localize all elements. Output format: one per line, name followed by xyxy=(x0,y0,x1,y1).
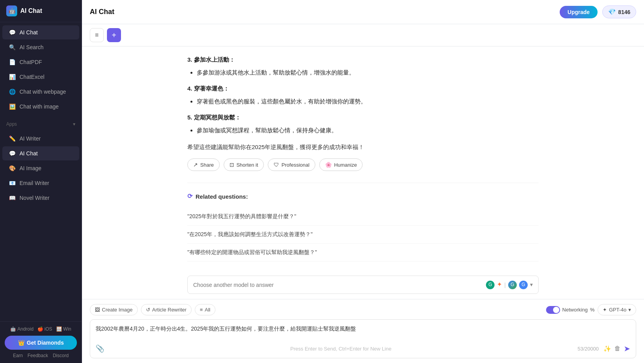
sidebar-item-chat-webpage-label: Chat with webpage xyxy=(20,89,66,95)
magic-button[interactable]: ✨ xyxy=(603,345,611,352)
page-title: AI Chat xyxy=(90,8,114,16)
networking-toggle[interactable]: Networking % xyxy=(546,306,595,314)
model-select-chevron: ▾ xyxy=(628,307,631,313)
feedback-link[interactable]: Feedback xyxy=(27,353,48,358)
discord-link[interactable]: Discord xyxy=(53,353,69,358)
gemini-icon: G xyxy=(508,281,517,289)
toggle-switch[interactable] xyxy=(546,306,560,314)
professional-button[interactable]: 🛡 Professional xyxy=(268,158,315,171)
ai-image-icon: 🎨 xyxy=(9,165,16,171)
model-selector-input[interactable] xyxy=(193,282,486,288)
ai-writer-icon: ✏️ xyxy=(9,135,16,142)
earn-link[interactable]: Earn xyxy=(13,353,23,358)
article-rewriter-button[interactable]: ↺ Article Rewriter xyxy=(141,304,192,315)
sidebar-footer-links: Earn Feedback Discord xyxy=(5,353,77,358)
related-section: ⟳ Related questions: "2025年對於我五行運勢的具體影響是… xyxy=(187,183,539,269)
sidebar-item-chatexcel[interactable]: 📊 ChatExcel xyxy=(2,70,79,84)
action-buttons: ↗ Share ⊡ Shorten it 🛡 Professional 🌸 Hu… xyxy=(187,158,539,171)
percentage-icon: % xyxy=(590,307,595,313)
new-chat-button[interactable]: + xyxy=(107,28,121,42)
share-icon: ↗ xyxy=(193,162,198,168)
response-item-4-list: 穿著藍色或黑色的服裝，這些顏色屬於水，有助於增強你的運勢。 xyxy=(197,96,539,107)
chevron-down-icon[interactable]: ▾ xyxy=(73,121,75,127)
main-header: AI Chat Upgrade 💎 8146 xyxy=(82,0,644,24)
sidebar-bottom: 🤖 Android 🍎 iOS 🪟 Win 👑 Get Diamonds Ear… xyxy=(0,321,82,363)
apps-section: Apps ▾ ✏️ AI Writer 💬 AI Chat 🎨 AI Image… xyxy=(0,117,82,321)
response-item-4: 4. 穿著幸運色： 穿著藍色或黑色的服裝，這些顏色屬於水，有助於增強你的運勢。 xyxy=(187,83,539,107)
sidebar: 🤖 AI Chat 💬 AI Chat 🔍 AI Search 📄 ChatPD… xyxy=(0,0,82,363)
apps-item-novel-writer[interactable]: 📖 Novel Writer xyxy=(2,191,79,205)
chatpdf-icon: 📄 xyxy=(9,59,16,65)
response-item-5-bullet: 參加瑜伽或冥想課程，幫助放鬆心情，保持身心健康。 xyxy=(197,125,539,135)
gpt-icon: G xyxy=(486,281,495,289)
model-selector[interactable]: G ✦ | G G ▾ xyxy=(187,276,539,294)
related-icon: ⟳ xyxy=(187,191,192,202)
delete-button[interactable]: 🗑 xyxy=(614,345,621,352)
response-item-5: 5. 定期冥想與放鬆： 參加瑜伽或冥想課程，幫助放鬆心情，保持身心健康。 xyxy=(187,112,539,135)
share-button[interactable]: ↗ Share xyxy=(187,158,220,171)
all-tools-button[interactable]: ≡ All xyxy=(195,304,215,315)
win-link[interactable]: 🪟 Win xyxy=(56,326,71,332)
send-button[interactable]: ➤ xyxy=(624,344,630,353)
list-view-button[interactable]: ≡ xyxy=(90,28,104,42)
sidebar-item-chat-image[interactable]: 🖼️ Chat with image xyxy=(2,100,79,114)
apps-item-ai-writer[interactable]: ✏️ AI Writer xyxy=(2,132,79,146)
networking-label: Networking xyxy=(562,307,588,313)
sidebar-nav: 💬 AI Chat 🔍 AI Search 📄 ChatPDF 📊 ChatEx… xyxy=(0,22,82,117)
humanize-button[interactable]: 🌸 Humanize xyxy=(319,158,363,171)
sidebar-item-ai-search-label: AI Search xyxy=(20,44,43,50)
sparkle-icon: ✦ xyxy=(603,307,607,313)
ios-link[interactable]: 🍎 iOS xyxy=(37,326,52,332)
plus-icon: + xyxy=(112,31,116,40)
response-conclusion: 希望這些建議能幫助你在2025年逆風翻盤，獲得更多的成功和幸福！ xyxy=(187,142,539,152)
model-select-button[interactable]: ✦ GPT-4o ▾ xyxy=(598,304,636,315)
apps-item-ai-image[interactable]: 🎨 AI Image xyxy=(2,161,79,175)
android-link[interactable]: 🤖 Android xyxy=(10,326,33,332)
ai-search-icon: 🔍 xyxy=(9,44,16,50)
response-item-3-list: 多參加游泳或其他水上活動，幫助放鬆心情，增強水的能量。 xyxy=(197,67,539,78)
upgrade-button[interactable]: Upgrade xyxy=(560,6,598,18)
sidebar-logo-text: AI Chat xyxy=(20,7,42,14)
sidebar-logo: 🤖 AI Chat xyxy=(0,0,82,22)
header-right: Upgrade 💎 8146 xyxy=(560,5,636,18)
crown-icon: 👑 xyxy=(18,340,25,346)
apps-nav: ✏️ AI Writer 💬 AI Chat 🎨 AI Image 📧 Emai… xyxy=(0,128,82,208)
platform-links: 🤖 Android 🍎 iOS 🪟 Win xyxy=(5,326,77,332)
diamonds-badge: 💎 8146 xyxy=(602,5,636,18)
logo-icon: 🤖 xyxy=(6,5,17,16)
response-item-4-title: 4. 穿著幸運色： xyxy=(187,83,539,94)
response-item-3-title: 3. 參加水上活動： xyxy=(187,54,539,65)
related-question-1[interactable]: "2025年對於我五行運勢的具體影響是什麼？" xyxy=(187,208,539,226)
all-icon: ≡ xyxy=(200,307,203,313)
create-image-button[interactable]: 🖼 Create Image xyxy=(90,304,138,315)
create-image-icon: 🖼 xyxy=(95,307,100,313)
diamonds-count: 8146 xyxy=(618,9,630,15)
sidebar-item-ai-chat[interactable]: 💬 AI Chat xyxy=(2,25,79,39)
chat-input-area: 🖼 Create Image ↺ Article Rewriter ≡ All … xyxy=(82,299,644,363)
chat-content: 3. 參加水上活動： 多參加游泳或其他水上活動，幫助放鬆心情，增強水的能量。 4… xyxy=(82,46,644,299)
apps-section-title: Apps ▾ xyxy=(0,117,82,128)
separator-icon: | xyxy=(504,279,506,290)
response-item-4-bullet: 穿著藍色或黑色的服裝，這些顏色屬於水，有助於增強你的運勢。 xyxy=(197,96,539,107)
sidebar-item-chat-webpage[interactable]: 🌐 Chat with webpage xyxy=(2,85,79,99)
model-icons: G ✦ | G G ▾ xyxy=(486,279,533,290)
response-item-3-bullet: 多參加游泳或其他水上活動，幫助放鬆心情，增強水的能量。 xyxy=(197,67,539,78)
shorten-icon: ⊡ xyxy=(229,162,234,168)
apps-item-email-writer[interactable]: 📧 Email Writer xyxy=(2,176,79,190)
shorten-button[interactable]: ⊡ Shorten it xyxy=(224,158,264,171)
diamond-icon: 💎 xyxy=(608,8,616,16)
related-question-3[interactable]: "有哪些特定的開運物品或習俗可以幫助我逆風翻盤？" xyxy=(187,244,539,262)
humanize-icon: 🌸 xyxy=(325,162,332,168)
toggle-knob xyxy=(553,307,559,313)
get-diamonds-button[interactable]: 👑 Get Diamonds xyxy=(5,336,77,350)
input-footer: 📎 Press Enter to Send, Ctrl+Enter for Ne… xyxy=(96,344,630,353)
sidebar-item-ai-search[interactable]: 🔍 AI Search xyxy=(2,40,79,54)
attach-button[interactable]: 📎 xyxy=(96,344,104,353)
input-text[interactable]: 我2002年農曆4月20，正午時分出4生。2025年我的五行運勢如何，要注意什麼… xyxy=(96,324,630,340)
apps-item-ai-chat[interactable]: 💬 AI Chat xyxy=(2,146,79,160)
related-question-2[interactable]: "在2025年，我應該如何調整生活方式以改善運勢？" xyxy=(187,226,539,244)
char-count: 53/20000 xyxy=(578,346,599,352)
model-dropdown-icon[interactable]: ▾ xyxy=(530,280,533,290)
sidebar-item-chat-image-label: Chat with image xyxy=(20,103,59,110)
sidebar-item-chatpdf[interactable]: 📄 ChatPDF xyxy=(2,55,79,69)
